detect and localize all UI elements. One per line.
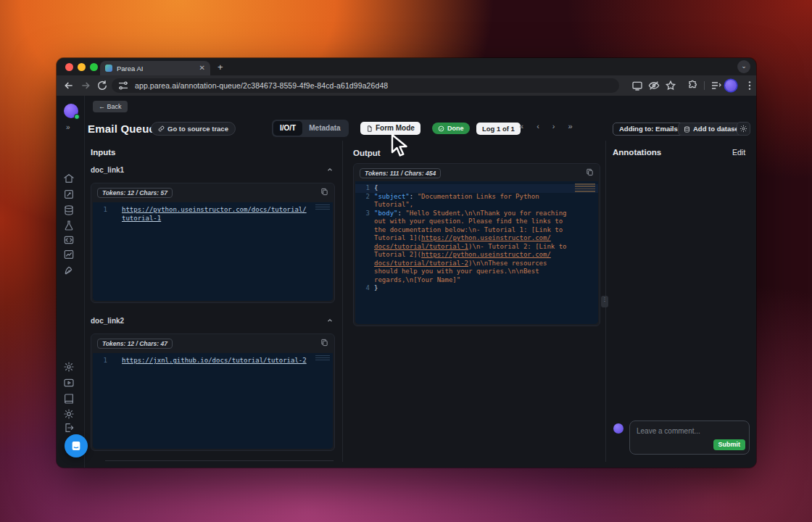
submit-comment-button[interactable]: Submit (713, 439, 746, 450)
doc-link1-card: Tokens: 12 / Chars: 57 1 https:/​/​pytho… (91, 183, 335, 303)
expand-sidebar-icon[interactable]: » (66, 123, 70, 131)
browser-menu-dots-icon[interactable] (744, 80, 755, 91)
inputs-bottom-divider (105, 460, 334, 461)
book-icon[interactable] (63, 393, 75, 405)
copy-icon-2[interactable] (320, 339, 328, 347)
desktop-wallpaper: Parea AI ✕ + ⌄ app.parea.ai/annotation-q… (0, 0, 812, 522)
first-log-button[interactable]: « (519, 122, 523, 130)
queue-settings-button[interactable] (737, 122, 750, 136)
next-log-button[interactable]: › (552, 122, 555, 130)
json-punc: : (410, 193, 418, 200)
editor-minimap (315, 204, 330, 210)
online-status-dot (74, 114, 80, 120)
reload-icon[interactable] (96, 80, 108, 91)
doc-link2-editor[interactable]: 1 https:/​/​jxnl.​github.​io/​docs/​tuto… (93, 353, 333, 449)
annotations-edit-button[interactable]: Edit (732, 148, 745, 157)
copy-icon[interactable] (320, 188, 328, 196)
logout-icon[interactable] (63, 422, 75, 434)
eye-off-icon[interactable] (648, 80, 660, 91)
flask-icon[interactable] (63, 220, 75, 231)
json-key: "subject" (374, 193, 410, 200)
parea-app: » ← Back Email Queue Go to source trace … (57, 96, 756, 468)
browser-profile-avatar[interactable] (725, 80, 737, 91)
side-panel-icon[interactable] (710, 80, 722, 91)
output-minimap (575, 183, 595, 194)
log-pager: «‹›» (519, 122, 573, 130)
line-number: 1 (93, 206, 112, 223)
adding-to-emails-button[interactable]: Adding to: Emails (613, 123, 684, 136)
line-number: 1 (355, 184, 374, 193)
output-json-editor[interactable]: 1{2"subject": "Documentation Links for P… (355, 181, 598, 324)
tab-iot[interactable]: I/O/T (273, 121, 302, 136)
chat-bubble-icon (70, 440, 82, 452)
url-text[interactable]: app.parea.ai/annotation-queue/2c384673-8… (135, 81, 388, 90)
browser-tab[interactable]: Parea AI ✕ (100, 61, 210, 75)
output-header: Output (353, 149, 381, 157)
close-window-button[interactable] (65, 63, 73, 71)
bookmark-star-icon[interactable] (665, 80, 676, 91)
settings-icon[interactable] (63, 361, 75, 373)
output-card: Tokens: 111 / Chars: 454 1{2"subject": "… (353, 163, 600, 326)
json-key: "body" (374, 210, 398, 217)
line-number-2: 1 (93, 357, 112, 365)
done-button[interactable]: Done (432, 123, 470, 134)
tab-title: Parea AI (117, 65, 195, 72)
browser-tabstrip: Parea AI ✕ + ⌄ (57, 58, 756, 75)
prev-log-button[interactable]: ‹ (536, 122, 539, 130)
output-code-line: 3"body": "Hello Student,\n\nThank you fo… (355, 210, 598, 285)
collapse-chevron-up-icon[interactable] (326, 166, 334, 173)
extensions-icon[interactable] (687, 80, 698, 91)
zoom-window-button[interactable] (90, 63, 98, 71)
tab-metadata[interactable]: Metadata (302, 121, 347, 136)
form-mode-button[interactable]: Form Mode (360, 122, 420, 135)
go-to-source-trace-button[interactable]: Go to source trace (151, 122, 236, 136)
line-number: 3 (355, 210, 374, 285)
output-tokens-badge: Tokens: 111 / Chars: 454 (360, 168, 441, 178)
browser-window: Parea AI ✕ + ⌄ app.parea.ai/annotation-q… (57, 58, 756, 468)
view-tabs: I/O/T Metadata (272, 120, 349, 137)
comment-input[interactable] (630, 421, 749, 440)
check-circle-icon (438, 125, 444, 132)
browser-urlbar: app.parea.ai/annotation-queue/2c384673-8… (57, 75, 756, 96)
back-arrow-icon[interactable] (63, 80, 75, 91)
edit-square-icon[interactable] (63, 188, 75, 200)
video-icon[interactable] (63, 377, 75, 389)
panel-resize-handle[interactable]: ⋮ (601, 296, 608, 307)
database-icon[interactable] (63, 204, 75, 216)
form-mode-label: Form Mode (376, 122, 415, 135)
theme-sun-icon[interactable] (63, 408, 75, 420)
log-counter-button[interactable]: Log 1 of 1 (476, 123, 521, 135)
doc-link2-value[interactable]: https:/​/​jxnl.​github.​io/​docs/​tutori… (122, 357, 307, 364)
forward-arrow-icon[interactable] (80, 80, 91, 91)
site-settings-icon[interactable] (117, 80, 129, 91)
copy-icon-3[interactable] (586, 168, 594, 176)
chart-icon[interactable] (63, 249, 75, 260)
doc-link1-editor[interactable]: 1 https:/​/​python.​useinstructor.​com/​… (93, 202, 333, 301)
new-tab-button[interactable]: + (218, 62, 223, 72)
output-code-line: 4} (355, 284, 598, 293)
doc-link1-value[interactable]: https:/​/​python.​useinstructor.​com/​do… (122, 206, 307, 222)
source-trace-label: Go to source trace (167, 123, 228, 135)
intercom-chat-button[interactable] (65, 434, 88, 457)
columns-icon[interactable] (63, 234, 75, 246)
collapse-chevron-up-icon-2[interactable] (326, 317, 334, 324)
cast-save-icon[interactable] (631, 80, 643, 91)
json-punc: { (374, 184, 378, 191)
output-code-line: 2"subject": "Documentation Links for Pyt… (355, 193, 598, 210)
editor-minimap-2 (315, 355, 330, 361)
field-label-doc-link1: doc_link1 (91, 166, 124, 174)
annotations-header: Annotations (613, 148, 661, 157)
tab-close-icon[interactable]: ✕ (199, 65, 205, 72)
column-divider (342, 141, 343, 462)
rocket-icon[interactable] (63, 265, 75, 276)
tab-search-chevron-icon[interactable]: ⌄ (737, 60, 750, 73)
done-label: Done (447, 123, 464, 134)
toolbar-divider (704, 81, 705, 90)
user-avatar[interactable] (64, 104, 78, 118)
back-button[interactable]: ← Back (93, 101, 128, 112)
home-icon[interactable] (63, 173, 75, 184)
doc-link1-tokens-badge: Tokens: 12 / Chars: 57 (97, 188, 173, 198)
minimize-window-button[interactable] (78, 63, 86, 71)
last-log-button[interactable]: » (568, 122, 572, 130)
json-punc: } (374, 284, 378, 291)
